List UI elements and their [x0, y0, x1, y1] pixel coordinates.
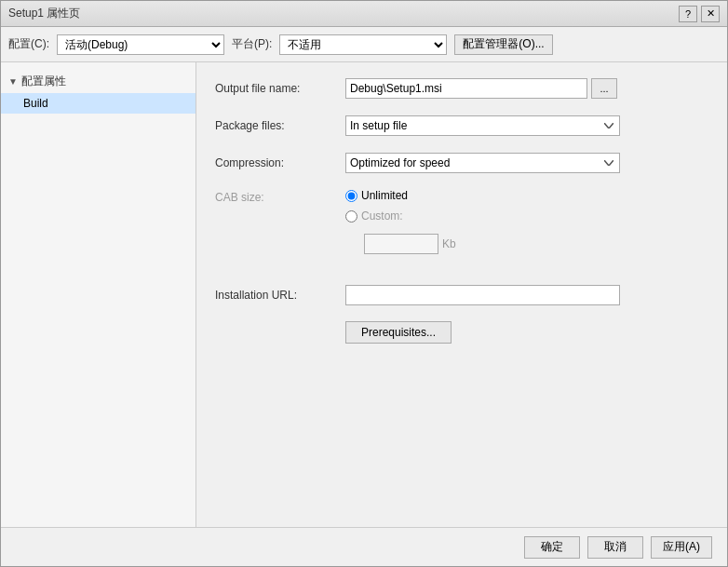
compression-value: Optimized for speedOptimized for sizeNon…	[345, 153, 708, 173]
config-label: 配置(C):	[8, 36, 49, 52]
kb-row: Kb	[345, 234, 456, 254]
title-bar: Setup1 属性页 ? ✕	[1, 1, 727, 27]
footer: 确定 取消 应用(A)	[1, 527, 727, 566]
package-files-row: Package files: In setup fileAs loose unc…	[215, 115, 708, 137]
sidebar: ▼ 配置属性 Build	[1, 62, 196, 527]
cab-size-group: CAB size: Unlimited Custom:	[215, 189, 708, 269]
config-select[interactable]: 活动(Debug)	[57, 34, 224, 55]
output-file-name-input[interactable]	[345, 78, 587, 99]
toolbar: 配置(C): 活动(Debug) 平台(P): 不适用 配置管理器(O)...	[1, 27, 727, 62]
installation-url-label: Installation URL:	[215, 289, 345, 302]
unlimited-row: Unlimited	[345, 189, 456, 202]
kb-label: Kb	[442, 237, 456, 250]
installation-url-row: Installation URL:	[215, 284, 708, 306]
compression-select[interactable]: Optimized for speedOptimized for sizeNon…	[345, 153, 620, 173]
close-button[interactable]: ✕	[701, 6, 720, 22]
sidebar-header[interactable]: ▼ 配置属性	[1, 70, 195, 93]
output-file-name-label: Output file name:	[215, 82, 345, 95]
platform-select[interactable]: 不适用	[279, 34, 447, 55]
unlimited-radio[interactable]	[345, 190, 357, 202]
unlimited-label[interactable]: Unlimited	[345, 189, 408, 202]
prerequisites-value: Prerequisites...	[345, 321, 708, 344]
platform-label: 平台(P):	[232, 36, 272, 52]
installation-url-value	[345, 285, 708, 305]
help-button[interactable]: ?	[679, 6, 697, 22]
expand-arrow: ▼	[8, 76, 18, 87]
ok-button[interactable]: 确定	[524, 536, 580, 559]
installation-url-input[interactable]	[345, 285, 620, 305]
prerequisites-row: Prerequisites...	[215, 321, 708, 344]
dialog-title: Setup1 属性页	[8, 6, 80, 21]
sidebar-header-label: 配置属性	[21, 74, 66, 89]
package-files-value: In setup fileAs loose uncompressed files	[345, 115, 708, 136]
custom-label[interactable]: Custom:	[345, 209, 403, 223]
config-manager-button[interactable]: 配置管理器(O)...	[454, 34, 552, 55]
cab-section: Unlimited Custom: Kb	[345, 189, 456, 254]
custom-radio[interactable]	[345, 210, 357, 223]
package-files-label: Package files:	[215, 119, 345, 132]
prerequisites-button[interactable]: Prerequisites...	[345, 321, 452, 344]
dialog: Setup1 属性页 ? ✕ 配置(C): 活动(Debug) 平台(P): 不…	[0, 0, 728, 567]
cancel-button[interactable]: 取消	[587, 536, 643, 559]
main-content: ▼ 配置属性 Build Output file name: ... Packa…	[1, 62, 727, 527]
compression-row: Compression: Optimized for speedOptimize…	[215, 152, 708, 174]
sidebar-item-build[interactable]: Build	[1, 93, 195, 114]
custom-row: Custom:	[345, 209, 456, 223]
output-file-name-row: Output file name: ...	[215, 77, 708, 100]
properties-panel: Output file name: ... Package files: In …	[196, 62, 727, 527]
compression-label: Compression:	[215, 156, 345, 169]
title-bar-buttons: ? ✕	[679, 6, 720, 22]
package-files-select[interactable]: In setup fileAs loose uncompressed files	[345, 115, 620, 136]
output-file-name-value: ...	[345, 78, 708, 99]
cab-size-label: CAB size:	[215, 189, 345, 204]
apply-button[interactable]: 应用(A)	[651, 536, 712, 559]
kb-input[interactable]	[364, 234, 438, 254]
browse-button[interactable]: ...	[591, 78, 617, 99]
cab-group-row: CAB size: Unlimited Custom:	[215, 189, 708, 269]
